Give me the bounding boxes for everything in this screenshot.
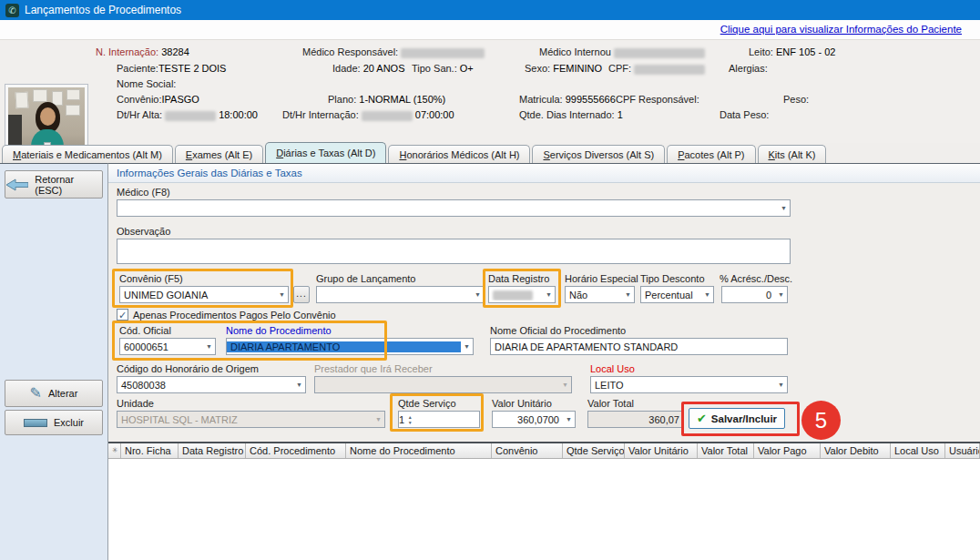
prestador-combobox: ▼ <box>314 376 572 393</box>
field-medico-responsavel: Médico Responsável: <box>302 46 487 58</box>
grupo-lancamento-combobox[interactable]: ▼ <box>316 286 485 303</box>
column-header[interactable]: Nome do Procedimento <box>346 443 492 458</box>
tab-honorarios-medicos[interactable]: Honorários Médicos (Alt H) <box>388 145 530 163</box>
field-sexo: Sexo: FEMININO <box>525 63 602 74</box>
convenio-f5-label: Convênio (F5) <box>119 273 183 284</box>
field-convenio: Convênio:IPASGO <box>117 94 199 105</box>
field-nome-social: Nome Social: <box>117 78 176 89</box>
column-header[interactable]: Convênio <box>492 443 563 458</box>
tab-servicos-diversos[interactable]: Serviços Diversos (Alt S) <box>532 145 665 163</box>
window-title: Lançamentos de Procedimentos <box>25 4 181 16</box>
grid-indicator-icon: ✳ <box>108 443 121 458</box>
dropdown-arrow-icon[interactable]: ▼ <box>701 291 713 298</box>
field-cpf: CPF: <box>608 63 708 75</box>
field-matricula: Matricula: 999555666 <box>519 94 616 105</box>
dropdown-arrow-icon[interactable]: ▼ <box>775 382 787 388</box>
data-registro-combobox[interactable]: ▼ <box>488 286 556 303</box>
observacao-input[interactable] <box>117 239 791 264</box>
field-tipo-sanguineo: Tipo San.: O+ <box>412 63 474 74</box>
qtde-servico-stepper[interactable]: 1 ▲▼ <box>398 411 480 428</box>
acresc-desc-label: % Acrésc./Desc. <box>720 273 792 284</box>
alterar-button[interactable]: ✎ Alterar <box>5 380 103 407</box>
salvar-incluir-button[interactable]: ✔ Salvar/Incluir <box>689 408 785 429</box>
column-header[interactable]: Valor Total <box>698 443 754 458</box>
field-dthr-alta: Dt/Hr Alta:18:00:00 <box>117 109 258 121</box>
local-uso-label: Local Uso <box>590 363 635 374</box>
results-grid-header: ✳ Nro. Ficha Data Registro Cód. Procedim… <box>108 442 980 459</box>
field-dthr-internacao: Dt/Hr Internação:07:00:00 <box>282 109 454 121</box>
green-check-icon: ✔ <box>697 412 707 425</box>
acresc-desc-combobox[interactable]: 0▼ <box>721 286 788 303</box>
field-cpf-responsavel: CPF Responsável: <box>616 94 699 105</box>
field-peso: Peso: <box>783 94 809 105</box>
tab-exames[interactable]: Exames (Alt E) <box>175 145 263 163</box>
dropdown-arrow-icon[interactable]: ▼ <box>203 343 215 350</box>
patient-info-link[interactable]: Clique aqui para visualizar Informações … <box>720 24 962 35</box>
field-internacao: N. Internação: 38284 <box>96 46 189 57</box>
dropdown-arrow-icon[interactable]: ▼ <box>543 291 555 298</box>
dropdown-arrow-icon[interactable]: ▼ <box>276 291 288 298</box>
column-header[interactable]: Data Registro <box>179 443 246 458</box>
field-leito: Leito: ENF 105 - 02 <box>749 46 835 57</box>
column-header[interactable]: Usuário <box>945 443 980 458</box>
back-arrow-icon <box>5 178 28 191</box>
qtde-servico-label: Qtde Serviço <box>398 398 456 409</box>
unidade-label: Unidade <box>117 398 154 409</box>
annotation-step-badge: 5 <box>801 401 841 440</box>
field-dias-internado: Qtde. Dias Internado: 1 <box>519 109 623 120</box>
column-header[interactable]: Valor Debito <box>821 443 891 458</box>
redacted-value <box>362 111 413 121</box>
tab-diarias-taxas[interactable]: Diárias e Taxas (Alt D) <box>265 142 386 163</box>
app-icon: ✆ <box>5 4 19 17</box>
local-uso-combobox[interactable]: LEITO▼ <box>590 376 788 393</box>
column-header[interactable]: Valor Pago <box>754 443 821 458</box>
column-header[interactable]: Valor Unitário <box>625 443 698 458</box>
cod-oficial-combobox[interactable]: 60000651▼ <box>119 338 216 355</box>
apenas-pagos-label: Apenas Procedimentos Pagos Pelo Convênio <box>133 310 336 321</box>
checkbox-check-icon: ✓ <box>118 310 127 321</box>
data-registro-label: Data Registro <box>488 273 549 284</box>
field-paciente: Paciente:TESTE 2 DOIS <box>117 63 226 74</box>
results-grid-body[interactable] <box>108 459 980 560</box>
tipo-desconto-combobox[interactable]: Percentual▼ <box>640 286 714 303</box>
dropdown-arrow-icon[interactable]: ▼ <box>461 343 473 350</box>
tab-bar: Materiais e Medicamentos (Alt M) Exames … <box>2 142 826 163</box>
unidade-combobox: HOSPITAL SQL - MATRIZ▼ <box>117 411 385 428</box>
excluir-button[interactable]: Excluir <box>5 410 103 435</box>
dropdown-arrow-icon[interactable]: ▼ <box>293 382 305 388</box>
spinner-down-icon[interactable]: ▼ <box>408 420 413 425</box>
dropdown-arrow-icon[interactable]: ▼ <box>775 291 787 298</box>
valor-unitario-combobox[interactable]: 360,0700▼ <box>492 411 576 428</box>
valor-total-readonly: 360,07 <box>587 411 684 428</box>
retornar-button[interactable]: Retornar (ESC) <box>5 170 103 199</box>
column-header[interactable]: Qtde Serviço <box>563 443 625 458</box>
dropdown-arrow-icon[interactable]: ▼ <box>622 291 634 298</box>
observacao-label: Observação <box>117 226 170 237</box>
tab-kits[interactable]: Kits (Alt K) <box>758 145 827 163</box>
valor-unitario-label: Valor Unitário <box>492 398 552 409</box>
horario-especial-combobox[interactable]: Não▼ <box>565 286 635 303</box>
dropdown-arrow-icon[interactable]: ▼ <box>563 416 575 423</box>
nome-oficial-input[interactable]: DIARIA DE APARTAMENTO STANDARD <box>490 338 788 355</box>
tab-materiais-medicamentos[interactable]: Materiais e Medicamentos (Alt M) <box>2 145 173 163</box>
nome-procedimento-combobox[interactable]: DIARIA APARTAMENTO▼ <box>226 338 474 355</box>
grupo-lancamento-label: Grupo de Lançamento <box>316 273 415 284</box>
cod-honorario-combobox[interactable]: 45080038▼ <box>117 376 306 393</box>
title-bar: ✆ Lançamentos de Procedimentos <box>0 0 980 20</box>
redacted-value <box>165 111 216 121</box>
convenio-browse-button[interactable]: ... <box>293 286 310 303</box>
field-medico-internou: Médico Internou <box>539 46 708 58</box>
column-header[interactable]: Local Uso <box>891 443 945 458</box>
redacted-value <box>614 48 705 58</box>
medico-label: Médico (F8) <box>117 187 170 198</box>
dropdown-arrow-icon[interactable]: ▼ <box>472 291 484 298</box>
column-header[interactable]: Cód. Procedimento <box>246 443 346 458</box>
dropdown-arrow-icon[interactable]: ▼ <box>778 205 790 211</box>
column-header[interactable]: Nro. Ficha <box>121 443 179 458</box>
dropdown-arrow-icon: ▼ <box>373 416 384 423</box>
prestador-label: Prestador que Irá Receber <box>314 363 433 374</box>
apenas-pagos-checkbox[interactable]: ✓ <box>117 309 128 321</box>
convenio-f5-combobox[interactable]: UNIMED GOIANIA▼ <box>119 286 289 303</box>
medico-combobox[interactable]: ▼ <box>117 199 791 217</box>
tab-pacotes[interactable]: Pacotes (Alt P) <box>667 145 755 163</box>
